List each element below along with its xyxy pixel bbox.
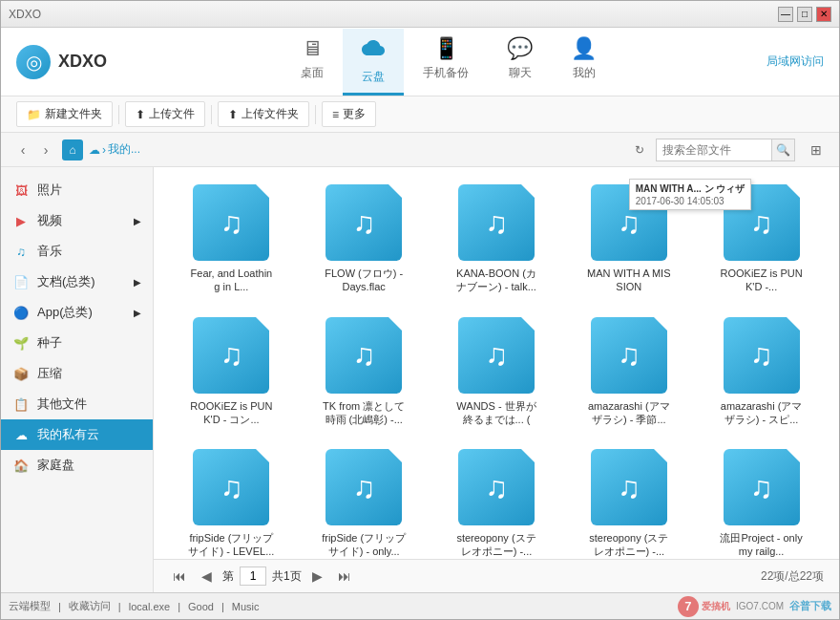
music-note-icon-14: ♫ (618, 470, 640, 505)
search-button[interactable]: 🔍 (771, 139, 794, 160)
sidebar-item-seeds[interactable]: 🌱 种子 (1, 328, 153, 358)
file-name-4: MAN WITH A MISSION (586, 267, 672, 294)
minimize-button[interactable]: — (778, 7, 793, 22)
watermark-circle: 7 (678, 596, 699, 617)
file-item-14[interactable]: ♫ stereopony (ステレオポニー) -... (566, 443, 691, 559)
search-input[interactable] (657, 139, 771, 160)
file-icon-11: ♫ (193, 449, 269, 525)
chat-icon: 💬 (507, 36, 533, 61)
sidebar-item-family[interactable]: 🏠 家庭盘 (1, 450, 153, 481)
sidebar: 🖼 照片 ▶ 视频 ▶ ♫ 音乐 📄 文档(总类) ▶ 🔵 App(总类) ▶ (1, 167, 154, 592)
music-note-icon-2: ♫ (352, 205, 375, 241)
file-item-7[interactable]: ♫ TK from 凛として時雨 (北嶋彰) -... (302, 311, 427, 433)
watermark-text: 爱搞机 (702, 600, 730, 613)
nav-items: 🖥 桌面 云盘 📱 手机备份 💬 聊天 👤 我的 (131, 29, 766, 96)
page-number-input[interactable] (240, 567, 266, 586)
file-name-6: ROOKiEZ is PUNK'D - コン... (188, 399, 274, 427)
file-name-7: TK from 凛として時雨 (北嶋彰) -... (321, 399, 407, 427)
first-page-button[interactable]: ⏮ (169, 566, 190, 587)
file-item-9[interactable]: ♫ amazarashi (アマザラシ) - 季節... (566, 311, 691, 433)
nav-desktop[interactable]: 🖥 桌面 (282, 29, 343, 96)
videos-icon: ▶ (12, 212, 30, 229)
music-note-icon-7: ♫ (352, 337, 375, 373)
sidebar-item-photos[interactable]: 🖼 照片 (1, 175, 153, 205)
videos-expand-icon: ▶ (134, 216, 141, 226)
file-grid: ♫ Fear, and Loathing in L... ♫ FLOW (フロウ… (169, 179, 824, 559)
upload-file-button[interactable]: ⬆ 上传文件 (125, 101, 205, 127)
file-item-4[interactable]: ♫ MAN WITH A MISSION MAN WITH A... ン ウィザ… (566, 179, 691, 300)
bottom-sep-1: | (58, 601, 61, 612)
file-icon-15: ♫ (724, 449, 800, 525)
file-icon-7: ♫ (326, 317, 402, 394)
nav-chat[interactable]: 💬 聊天 (488, 29, 552, 96)
close-button[interactable]: ✕ (816, 7, 831, 22)
upload-folder-button[interactable]: ⬆ 上传文件夹 (218, 101, 309, 127)
file-item-3[interactable]: ♫ KANA-BOON (カナブーン) - talk... (434, 179, 559, 300)
file-icon-1: ♫ (193, 184, 269, 261)
file-name-9: amazarashi (アマザラシ) - 季節... (586, 399, 672, 427)
file-item-2[interactable]: ♫ FLOW (フロウ) - Days.flac (302, 179, 427, 300)
sidebar-item-apps[interactable]: 🔵 App(总类) ▶ (1, 297, 153, 328)
file-item-10[interactable]: ♫ amazarashi (アマザラシ) - スピ... (699, 311, 824, 433)
music-note-icon-9: ♫ (618, 337, 640, 373)
lan-access-link[interactable]: 局域网访问 (766, 53, 824, 70)
file-item-13[interactable]: ♫ stereopony (ステレオポニー) -... (434, 443, 559, 559)
more-label: 更多 (343, 106, 366, 122)
sidebar-item-docs[interactable]: 📄 文档(总类) ▶ (1, 267, 153, 297)
maximize-button[interactable]: □ (797, 7, 812, 22)
last-page-button[interactable]: ⏭ (334, 566, 355, 587)
file-item-11[interactable]: ♫ fripSide (フリップサイド) - LEVEL... (169, 443, 294, 559)
file-item-6[interactable]: ♫ ROOKiEZ is PUNK'D - コン... (169, 311, 294, 433)
nav-chat-label: 聊天 (509, 65, 532, 81)
address-bar: ‹ › ⌂ ☁ › 我的... ↻ 🔍 ⊞ (1, 133, 839, 167)
file-name-12: fripSide (フリップサイド) - only... (321, 531, 407, 559)
file-icon-2: ♫ (326, 184, 402, 261)
sidebar-label-photos: 照片 (37, 182, 62, 199)
docs-icon: 📄 (12, 273, 30, 290)
bottom-item-1[interactable]: 收藏访问 (69, 599, 111, 613)
home-button[interactable]: ⌂ (62, 139, 83, 160)
sidebar-label-videos: 视频 (37, 212, 62, 229)
next-page-button[interactable]: ▶ (307, 566, 328, 587)
sidebar-label-music: 音乐 (37, 243, 62, 260)
bottom-item-2[interactable]: local.exe (129, 601, 170, 612)
sidebar-item-videos[interactable]: ▶ 视频 ▶ (1, 205, 153, 236)
breadcrumb-path[interactable]: 我的... (108, 141, 140, 158)
page-label: 第 (222, 568, 234, 585)
file-tooltip-4: MAN WITH A... ン ウィザ 2017-06-30 14:05:03 (629, 179, 752, 210)
file-item-12[interactable]: ♫ fripSide (フリップサイド) - only... (302, 443, 427, 559)
toolbar-separator-2 (211, 105, 212, 124)
file-name-11: fripSide (フリップサイド) - LEVEL... (188, 531, 274, 559)
bottom-item-3[interactable]: Good (188, 601, 214, 612)
new-folder-button[interactable]: 📁 新建文件夹 (16, 101, 113, 127)
file-icon-3: ♫ (458, 184, 535, 261)
more-button[interactable]: ≡ 更多 (322, 101, 376, 127)
forward-button[interactable]: › (35, 139, 56, 160)
logo-area: ◎ XDXO (16, 45, 131, 79)
music-note-icon-6: ♫ (220, 337, 242, 373)
sidebar-item-compress[interactable]: 📦 压缩 (1, 358, 153, 389)
desktop-icon: 🖥 (302, 36, 323, 61)
nav-cloud[interactable]: 云盘 (343, 29, 404, 96)
file-item-15[interactable]: ♫ 流田Project - only my railg... (699, 443, 824, 559)
title-bar-controls: — □ ✕ (778, 7, 831, 22)
watermark-site: IGO7.COM (736, 601, 784, 611)
nav-mine[interactable]: 👤 我的 (552, 29, 616, 96)
prev-page-button[interactable]: ◀ (196, 566, 217, 587)
back-button[interactable]: ‹ (12, 139, 33, 160)
file-item-1[interactable]: ♫ Fear, and Loathing in L... (169, 179, 294, 300)
view-toggle-button[interactable]: ⊞ (805, 139, 828, 161)
file-item-8[interactable]: ♫ WANDS - 世界が終るまでは... ( (434, 311, 559, 433)
search-box: 🔍 (656, 139, 795, 161)
nav-mobile[interactable]: 📱 手机备份 (404, 29, 488, 96)
music-note-icon-3: ♫ (485, 205, 508, 241)
tooltip-date: 2017-06-30 14:05:03 (636, 196, 746, 206)
window-title: XDXO (9, 8, 41, 21)
sidebar-item-myprivate[interactable]: ☁ 我的私有云 (1, 419, 153, 450)
refresh-button[interactable]: ↻ (629, 139, 650, 160)
tooltip-title: MAN WITH A... ン ウィザ (636, 182, 746, 196)
bottom-item-4[interactable]: Music (232, 601, 260, 612)
sidebar-item-music[interactable]: ♫ 音乐 (1, 236, 153, 267)
sidebar-item-other[interactable]: 📋 其他文件 (1, 389, 153, 419)
bottom-item-0[interactable]: 云端模型 (9, 599, 51, 613)
